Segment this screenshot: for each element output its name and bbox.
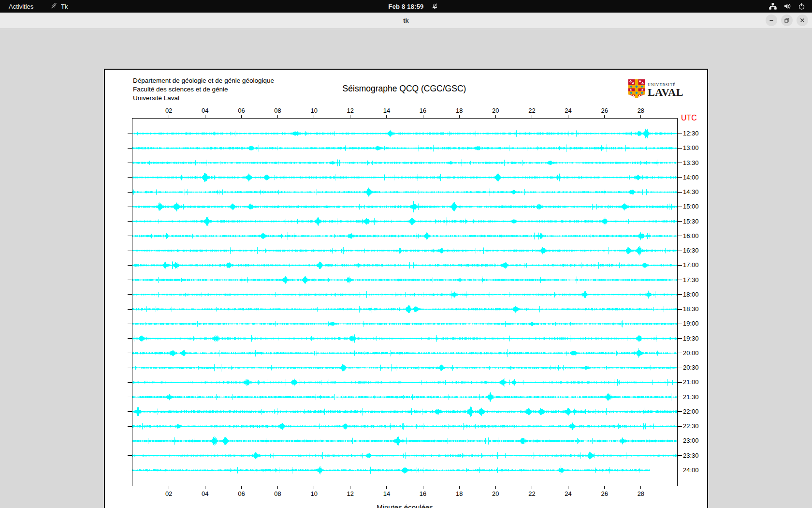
utc-axis-label: UTC xyxy=(681,114,697,122)
utc-time-label: 12:30 xyxy=(683,130,699,137)
x-tick-label-top: 04 xyxy=(202,107,208,114)
x-tick-label-top: 10 xyxy=(310,107,317,114)
utc-time-label: 18:00 xyxy=(683,291,699,298)
x-tick-label-top: 02 xyxy=(165,107,172,114)
row-tick-right xyxy=(677,441,682,441)
row-tick-right xyxy=(677,134,682,134)
row-tick-right xyxy=(677,236,682,236)
x-tick-bottom xyxy=(568,486,568,489)
utc-time-label: 18:30 xyxy=(683,305,699,313)
x-tick-label-bottom: 04 xyxy=(202,490,208,497)
x-tick-label-bottom: 12 xyxy=(347,490,354,497)
laval-shield-icon xyxy=(628,79,645,100)
row-tick-right xyxy=(677,265,682,266)
row-tick-right xyxy=(677,251,682,251)
window-titlebar[interactable]: tk xyxy=(0,13,812,29)
x-tick-bottom xyxy=(459,486,460,489)
x-tick-label-bottom: 02 xyxy=(165,490,172,497)
x-tick-top xyxy=(604,115,605,119)
x-tick-label-bottom: 14 xyxy=(383,490,390,497)
system-status-area[interactable] xyxy=(768,0,805,13)
x-tick-top xyxy=(640,115,641,119)
row-tick-left xyxy=(128,309,132,310)
x-tick-bottom xyxy=(532,486,532,489)
row-tick-left xyxy=(128,382,132,383)
window-title: tk xyxy=(0,13,812,29)
x-tick-top xyxy=(241,115,242,119)
x-tick-top xyxy=(277,115,278,119)
utc-time-label: 16:00 xyxy=(683,232,699,239)
window-content: Département de géologie et de génie géol… xyxy=(0,29,812,508)
x-tick-top xyxy=(495,115,496,119)
utc-time-label: 19:00 xyxy=(683,320,699,327)
universite-laval-logo: UNIVERSITÉ LAVAL xyxy=(628,79,683,100)
utc-time-label: 21:30 xyxy=(683,393,699,401)
x-tick-top xyxy=(532,115,532,119)
tk-app-icon xyxy=(50,2,58,11)
close-button[interactable] xyxy=(797,15,808,26)
page-title: Séismographe QCQ (CGC/GSC) xyxy=(132,84,677,94)
clock-text: Feb 8 18:59 xyxy=(388,3,423,10)
app-menu-label: Tk xyxy=(61,3,68,10)
x-tick-bottom xyxy=(640,486,641,489)
row-tick-right xyxy=(677,455,682,456)
row-tick-left xyxy=(128,441,132,441)
utc-time-label: 20:30 xyxy=(683,364,699,371)
row-tick-right xyxy=(677,192,682,193)
row-tick-left xyxy=(128,426,132,427)
helicorder-plot: UTC Minutes écoulées 0202040406060808101… xyxy=(132,118,678,486)
seismograph-canvas-panel: Département de géologie et de génie géol… xyxy=(104,69,708,508)
row-tick-left xyxy=(128,411,132,412)
x-tick-bottom xyxy=(314,486,314,489)
x-tick-top xyxy=(350,115,350,119)
utc-time-label: 24:00 xyxy=(683,466,699,474)
utc-time-label: 17:30 xyxy=(683,276,699,284)
app-menu[interactable]: Tk xyxy=(50,0,68,13)
row-tick-left xyxy=(128,163,132,163)
row-tick-left xyxy=(128,470,132,470)
x-tick-label-top: 28 xyxy=(638,107,644,114)
maximize-restore-button[interactable] xyxy=(781,15,793,26)
x-tick-top xyxy=(386,115,387,119)
utc-time-label: 15:30 xyxy=(683,218,699,225)
utc-time-label: 15:00 xyxy=(683,203,699,210)
x-tick-label-top: 20 xyxy=(492,107,499,114)
network-icon xyxy=(768,2,777,10)
minimize-button[interactable] xyxy=(766,15,777,26)
utc-time-label: 13:30 xyxy=(683,159,699,166)
row-tick-right xyxy=(677,163,682,163)
row-tick-left xyxy=(128,294,132,295)
x-tick-bottom xyxy=(277,486,278,489)
x-tick-bottom xyxy=(423,486,423,489)
row-tick-right xyxy=(677,309,682,310)
volume-icon xyxy=(783,2,792,10)
x-tick-label-top: 08 xyxy=(274,107,281,114)
x-axis-title: Minutes écoulées xyxy=(132,503,677,508)
row-tick-left xyxy=(128,251,132,251)
x-tick-top xyxy=(423,115,423,119)
activities-button[interactable]: Activities xyxy=(9,0,33,13)
x-tick-label-top: 16 xyxy=(420,107,426,114)
system-top-bar: Activities Tk Feb 8 18:59 xyxy=(0,0,812,13)
row-tick-left xyxy=(128,353,132,353)
row-tick-left xyxy=(128,134,132,134)
x-tick-label-bottom: 26 xyxy=(601,490,608,497)
minimize-icon xyxy=(768,17,775,24)
laval-wordmark: UNIVERSITÉ LAVAL xyxy=(648,79,683,100)
x-tick-label-top: 22 xyxy=(528,107,535,114)
row-tick-right xyxy=(677,294,682,295)
row-tick-left xyxy=(128,148,132,149)
restore-icon xyxy=(783,17,790,24)
clock-button[interactable]: Feb 8 18:59 xyxy=(388,0,423,13)
utc-time-label: 14:00 xyxy=(683,174,699,181)
utc-time-label: 21:00 xyxy=(683,378,699,386)
utc-time-label: 14:30 xyxy=(683,188,699,195)
x-tick-bottom xyxy=(604,486,605,489)
x-tick-bottom xyxy=(205,486,205,489)
row-tick-left xyxy=(128,368,132,368)
row-tick-left xyxy=(128,455,132,456)
row-tick-right xyxy=(677,426,682,427)
row-tick-left xyxy=(128,192,132,193)
x-tick-top xyxy=(459,115,460,119)
x-tick-label-top: 24 xyxy=(565,107,571,114)
